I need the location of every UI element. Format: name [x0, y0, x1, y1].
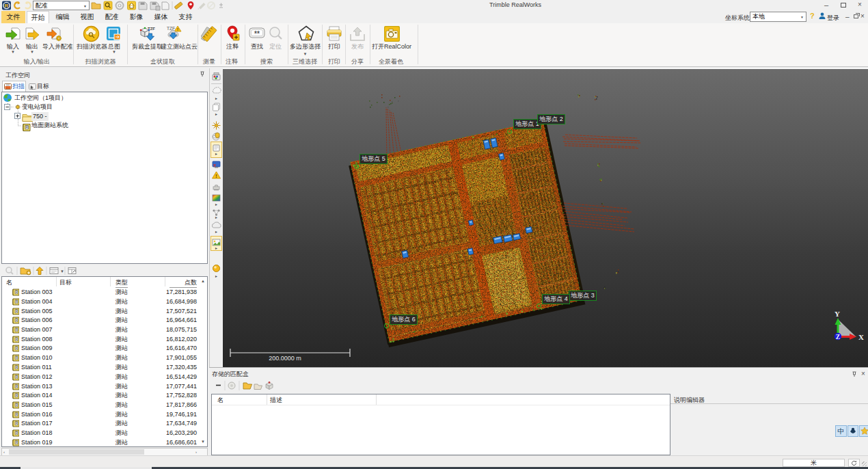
svg-text:!: ! — [177, 27, 178, 31]
svg-text:**: ** — [254, 30, 260, 38]
svg-text:R: R — [25, 125, 28, 129]
svg-text:Y: Y — [835, 310, 840, 318]
svg-text:X: X — [858, 333, 864, 341]
svg-text:!: ! — [215, 174, 217, 178]
svg-text:Z: Z — [836, 334, 840, 340]
svg-text:▼: ▼ — [60, 269, 64, 273]
svg-text:200.0000 m: 200.0000 m — [269, 355, 301, 362]
svg-text:R: R — [5, 3, 9, 9]
